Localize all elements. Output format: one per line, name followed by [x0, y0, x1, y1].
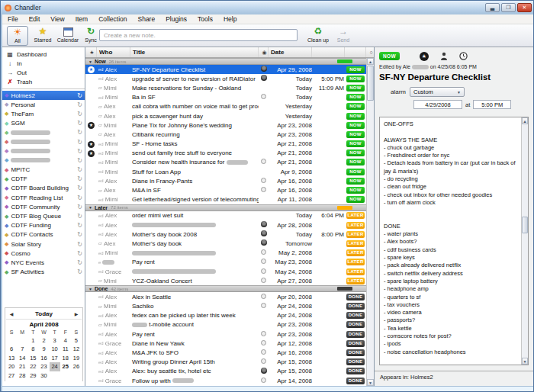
maximize-button[interactable]: ❐: [501, 3, 516, 12]
calendar-day[interactable]: 21: [17, 362, 27, 371]
menu-tools[interactable]: Tools: [192, 15, 218, 23]
list-row[interactable]: edAlexMother's day book 2008Today8:00 PM…: [85, 230, 366, 239]
calendar-day[interactable]: 24: [50, 362, 60, 371]
list-scrollbar[interactable]: ▲ ▼: [366, 58, 374, 386]
clock-icon[interactable]: [459, 50, 468, 63]
calendar-day[interactable]: 13: [6, 354, 17, 363]
list-row[interactable]: edAlexM&A JFK to SFOApr 16, 2008DONE: [85, 348, 366, 357]
menu-share[interactable]: Share: [133, 15, 161, 23]
notes-scroll-down-icon[interactable]: ▼: [522, 358, 528, 365]
toolbar-starred-button[interactable]: ★ Starred: [31, 26, 54, 46]
toolbar-all-button[interactable]: ☀ All: [7, 26, 28, 46]
title-column-header[interactable]: Title: [130, 47, 259, 57]
section-header-now[interactable]: ▼Now26 items: [85, 58, 366, 65]
list-row[interactable]: edAlexupgrade sf server to new version o…: [85, 74, 366, 83]
calendar-day[interactable]: 1: [27, 336, 38, 345]
list-row[interactable]: edMimiGet letterhead/signed version of t…: [85, 195, 366, 204]
list-row[interactable]: edAlexAlex: buy seattle tix, hotel etcAp…: [85, 367, 366, 376]
calendar-day[interactable]: 26: [71, 362, 82, 371]
calendar-day[interactable]: 8: [27, 345, 38, 354]
calendar-day[interactable]: 2: [38, 336, 49, 345]
sidebar-collection-cdtf-reading-list[interactable]: ◆CDTF Reading List↻: [2, 193, 85, 202]
list-row[interactable]: crAlexM&A in SFApr 16, 2008NOW: [85, 185, 366, 194]
calendar-day[interactable]: 22: [27, 362, 38, 371]
list-row[interactable]: edAlexWriting group Dinner April 15thApr…: [85, 358, 366, 367]
calendar-day[interactable]: 18: [60, 354, 71, 363]
toolbar-calendar-button[interactable]: Calendar: [56, 26, 80, 46]
calendar-day[interactable]: 12: [71, 345, 82, 354]
calendar-today-button[interactable]: Today: [17, 310, 71, 317]
menu-view[interactable]: View: [45, 15, 69, 23]
menu-item[interactable]: Item: [70, 15, 94, 23]
list-row[interactable]: edAlexorder mimi wet suitToday6:04 PMLAT…: [85, 211, 366, 220]
notes-scrollbar[interactable]: ▲ ▼: [521, 117, 528, 365]
scroll-down-icon[interactable]: ▼: [367, 379, 374, 386]
sidebar-collection-redacted[interactable]: ◆↻: [2, 146, 85, 156]
sidebar-collection-sgm[interactable]: ◆SGM↻: [2, 119, 85, 128]
menu-collection[interactable]: Collection: [93, 15, 132, 23]
sidebar-item-dashboard[interactable]: ▦ Dashboard: [2, 50, 85, 59]
list-row[interactable]: edAlexDiane in Francy-PantsApr 16, 2008N…: [85, 176, 366, 185]
menu-help[interactable]: Help: [218, 15, 242, 23]
list-row[interactable]: edMimiBa in SFTodayNOW: [85, 93, 366, 102]
notes-area[interactable]: ONE-OFFS ALWAYS THE SAME - chuck out gar…: [379, 117, 529, 365]
calendar-day[interactable]: 25: [60, 362, 71, 371]
calendar-day[interactable]: 30: [38, 371, 49, 381]
star-column-header-icon[interactable]: ★: [85, 47, 97, 57]
calendar-day[interactable]: 17: [50, 354, 60, 363]
cleanup-button[interactable]: ♻ Clean up: [306, 26, 330, 46]
send-button[interactable]: → Send: [333, 26, 353, 46]
calendar-day[interactable]: 14: [17, 354, 27, 363]
calendar-day[interactable]: 20: [6, 362, 17, 371]
calendar-day[interactable]: 19: [71, 354, 82, 363]
scroll-up-icon[interactable]: ▲: [367, 58, 374, 65]
close-button[interactable]: ✕: [517, 3, 532, 12]
sidebar-collection-cosmo[interactable]: ◆Cosmo↻: [2, 249, 85, 258]
sidebar-collection-cdtf-board-building[interactable]: ◆CDTF Board Building↻: [2, 184, 85, 193]
who-column-header[interactable]: Who: [97, 47, 130, 57]
list-row[interactable]: edAlexApr 28, 2008LATER: [85, 220, 366, 230]
list-row[interactable]: edGraceFollow up with Apr 14, 2008DONE: [85, 376, 366, 385]
date-column-header[interactable]: Date: [269, 47, 312, 57]
detail-title[interactable]: SF-NY Departure Checklist: [379, 72, 529, 82]
calendar-day[interactable]: 28: [17, 371, 27, 381]
list-row[interactable]: edMimiConsider new health insurance for …: [85, 158, 366, 167]
sidebar-collection-cdtf-community[interactable]: ◆CDTF Community↻: [2, 202, 85, 211]
alarm-dropdown[interactable]: Custom ▼: [410, 87, 465, 97]
calendar-day[interactable]: 23: [38, 362, 49, 371]
list-row[interactable]: edGraceMay 24, 2008LATER: [85, 267, 366, 276]
detail-star-icon[interactable]: ★: [420, 52, 429, 61]
list-row[interactable]: edGraceDiane in New YawkApr 12, 2008DONE: [85, 339, 366, 348]
calendar-prev-icon[interactable]: ◀: [6, 311, 17, 316]
list-row[interactable]: crMimiSachikoApr 24, 2008DONE: [85, 302, 366, 311]
calendar-day[interactable]: 4: [60, 336, 71, 345]
list-scrollbar-thumb[interactable]: [367, 66, 374, 101]
alarm-date-field[interactable]: [413, 100, 462, 109]
sidebar-collection-cdtf-blog-queue[interactable]: ◆CDTF Blog Queue↻: [2, 211, 85, 220]
list-row[interactable]: edAlexPay rentApr 23, 2008DONE: [85, 329, 366, 339]
list-row[interactable]: crAlexMother's day bookTomorrowLATER: [85, 239, 366, 248]
sidebar-collection-cdtf-funding[interactable]: ◆CDTF Funding↻: [2, 221, 85, 230]
calendar-day[interactable]: 27: [6, 371, 17, 381]
sidebar-collection-redacted[interactable]: ◆↻: [2, 156, 85, 165]
list-row[interactable]: ★edMimisend out family tree stuff to eve…: [85, 149, 366, 158]
sidebar-collection-cdtf-contacts[interactable]: ◆CDTF Contacts↻: [2, 230, 85, 239]
calendar-day[interactable]: 5: [71, 336, 82, 345]
person-icon[interactable]: [440, 50, 448, 63]
list-row[interactable]: ★crMimiPlane Tix for Johnny Bone's weddi…: [85, 120, 366, 130]
calendar-day[interactable]: 10: [50, 345, 60, 354]
calendar-day[interactable]: 11: [60, 345, 71, 354]
notes-scrollbar-thumb[interactable]: [522, 217, 528, 233]
calendar-day[interactable]: 9: [38, 345, 49, 354]
new-note-input[interactable]: [99, 29, 298, 41]
sidebar-collection-redacted[interactable]: ◆↻: [2, 137, 85, 146]
calendar-day[interactable]: 3: [50, 336, 60, 345]
list-row[interactable]: edMimiStuff for Loan AppApr 9, 2008NOW: [85, 167, 366, 176]
calendar-day[interactable]: 16: [38, 354, 49, 363]
alarm-time-field[interactable]: [473, 100, 511, 109]
calendar-day[interactable]: 29: [27, 371, 38, 381]
list-row[interactable]: ★edMimiSF - Home tasksApr 21, 2008NOW: [85, 140, 366, 149]
list-row[interactable]: ePay rentMay 23, 2008LATER: [85, 258, 366, 267]
comm-column-header-icon[interactable]: ◉: [259, 47, 269, 57]
list-row[interactable]: crMimi t-mobile accountApr 23, 2008DONE: [85, 320, 366, 329]
